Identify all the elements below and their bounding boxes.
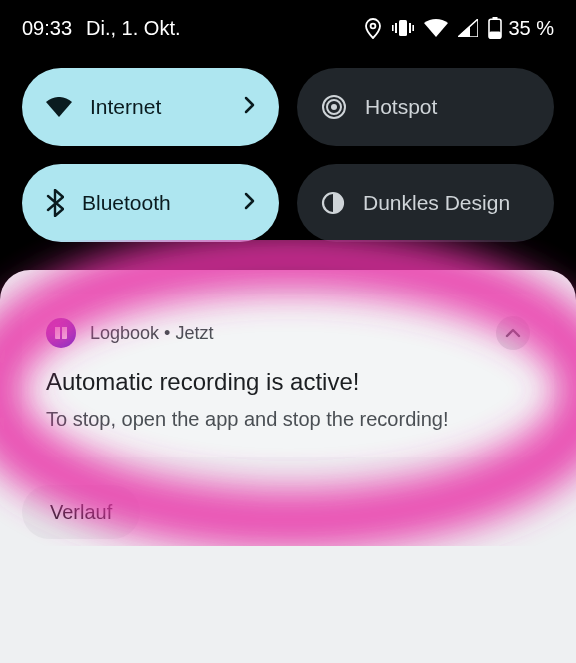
hotspot-icon xyxy=(321,94,347,120)
battery-percent: 35 % xyxy=(508,17,554,40)
wifi-icon xyxy=(46,97,72,117)
date: Di., 1. Okt. xyxy=(86,17,180,40)
separator: • xyxy=(159,323,175,343)
collapse-button[interactable] xyxy=(496,316,530,350)
notification-app-name: Logbook xyxy=(90,323,159,343)
notification-card[interactable]: Logbook • Jetzt Automatic recording is a… xyxy=(22,294,554,457)
notification-header: Logbook • Jetzt xyxy=(46,316,530,350)
status-bar: 09:33 Di., 1. Okt. xyxy=(0,0,576,56)
quick-settings: Internet Hotspot Bluetooth Dunkles Desig… xyxy=(0,56,576,242)
app-icon xyxy=(46,318,76,348)
battery-indicator: 35 % xyxy=(488,17,554,40)
history-button[interactable]: Verlauf xyxy=(22,485,140,539)
contrast-icon xyxy=(321,191,345,215)
qs-tile-dark-theme[interactable]: Dunkles Design xyxy=(297,164,554,242)
notification-time: Jetzt xyxy=(175,323,213,343)
signal-icon xyxy=(458,19,478,37)
chevron-up-icon xyxy=(505,328,521,338)
chevron-right-icon xyxy=(243,95,255,119)
location-icon xyxy=(364,17,382,39)
svg-rect-8 xyxy=(489,31,501,38)
qs-tile-hotspot[interactable]: Hotspot xyxy=(297,68,554,146)
qs-tile-label: Hotspot xyxy=(365,95,437,119)
clock: 09:33 xyxy=(22,17,72,40)
svg-point-0 xyxy=(371,24,376,29)
notification-title: Automatic recording is active! xyxy=(46,368,530,396)
svg-rect-1 xyxy=(399,20,407,36)
history-button-label: Verlauf xyxy=(50,501,112,524)
bluetooth-icon xyxy=(46,189,64,217)
qs-tile-bluetooth[interactable]: Bluetooth xyxy=(22,164,279,242)
qs-tile-label: Internet xyxy=(90,95,161,119)
qs-tile-label: Bluetooth xyxy=(82,191,171,215)
notification-shade: Logbook • Jetzt Automatic recording is a… xyxy=(0,270,576,663)
svg-rect-4 xyxy=(409,23,411,33)
svg-rect-2 xyxy=(395,23,397,33)
qs-tile-label: Dunkles Design xyxy=(363,191,510,215)
svg-point-9 xyxy=(331,104,337,110)
svg-rect-3 xyxy=(392,25,394,31)
vibrate-icon xyxy=(392,18,414,38)
chevron-right-icon xyxy=(243,191,255,215)
qs-tile-internet[interactable]: Internet xyxy=(22,68,279,146)
svg-rect-5 xyxy=(413,25,415,31)
wifi-icon xyxy=(424,19,448,37)
notification-body: To stop, open the app and stop the recor… xyxy=(46,406,530,433)
